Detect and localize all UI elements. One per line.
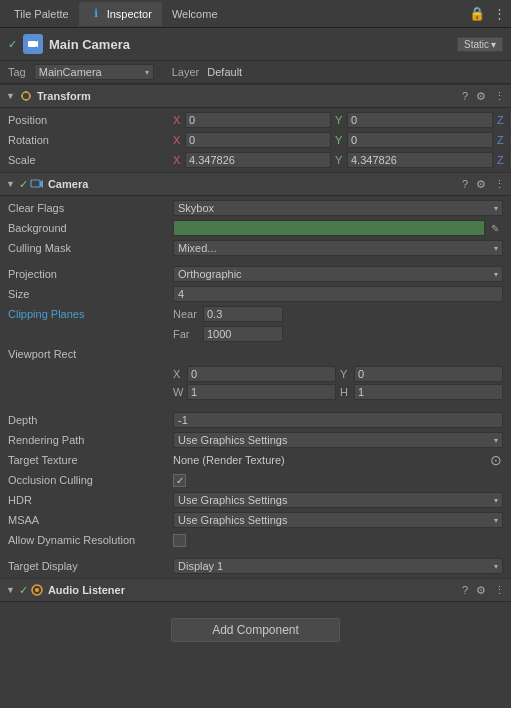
audio-help-icon[interactable]: ? bbox=[462, 584, 468, 596]
tab-tile-palette[interactable]: Tile Palette bbox=[4, 2, 79, 26]
scale-x-input[interactable] bbox=[185, 152, 331, 168]
more-options-icon[interactable]: ⋮ bbox=[491, 6, 507, 22]
object-name: Main Camera bbox=[49, 37, 451, 52]
camera-enabled-check[interactable]: ✓ bbox=[19, 178, 28, 191]
vp-y-letter: Y bbox=[340, 368, 352, 380]
object-enabled-check[interactable]: ✓ bbox=[8, 38, 17, 51]
msaa-arrow: ▾ bbox=[494, 516, 498, 525]
rendering-path-row: Rendering Path Use Graphics Settings ▾ bbox=[0, 430, 511, 450]
pos-y-input[interactable] bbox=[347, 112, 493, 128]
static-dropdown-arrow: ▾ bbox=[491, 39, 496, 50]
pos-y-letter: Y bbox=[335, 114, 345, 126]
size-label: Size bbox=[8, 288, 173, 300]
camera-icon bbox=[30, 177, 44, 191]
target-display-arrow: ▾ bbox=[494, 562, 498, 571]
near-input[interactable] bbox=[203, 306, 283, 322]
culling-mask-dropdown[interactable]: Mixed... ▾ bbox=[173, 240, 503, 256]
tag-dropdown-arrow: ▾ bbox=[145, 68, 149, 77]
pos-x-input[interactable] bbox=[185, 112, 331, 128]
target-display-label: Target Display bbox=[8, 560, 173, 572]
rot-y-letter: Y bbox=[335, 134, 345, 146]
scale-y-letter: Y bbox=[335, 154, 345, 166]
occlusion-culling-checkbox[interactable] bbox=[173, 474, 186, 487]
rot-x-letter: X bbox=[173, 134, 183, 146]
rendering-path-dropdown[interactable]: Use Graphics Settings ▾ bbox=[173, 432, 503, 448]
target-texture-value: None (Render Texture) bbox=[173, 454, 489, 466]
audio-menu-icon[interactable]: ⋮ bbox=[494, 584, 505, 597]
size-input[interactable] bbox=[173, 286, 503, 302]
hdr-dropdown[interactable]: Use Graphics Settings ▾ bbox=[173, 492, 503, 508]
camera-menu-icon[interactable]: ⋮ bbox=[494, 178, 505, 191]
tab-welcome[interactable]: Welcome bbox=[162, 2, 228, 26]
audio-settings-icon[interactable]: ⚙ bbox=[476, 584, 486, 597]
tab-inspector-label: Inspector bbox=[107, 8, 152, 20]
transform-section-title: Transform bbox=[37, 90, 462, 102]
projection-row: Projection Orthographic ▾ bbox=[0, 264, 511, 284]
camera-section-header[interactable]: ▼ ✓ Camera ? ⚙ ⋮ bbox=[0, 172, 511, 196]
camera-help-icon[interactable]: ? bbox=[462, 178, 468, 190]
object-header: ✓ Main Camera Static ▾ bbox=[0, 28, 511, 61]
layer-value: Default bbox=[207, 66, 242, 78]
far-input[interactable] bbox=[203, 326, 283, 342]
transform-section-header[interactable]: ▼ Transform ? ⚙ ⋮ bbox=[0, 84, 511, 108]
clear-flags-row: Clear Flags Skybox ▾ bbox=[0, 198, 511, 218]
transform-properties: Position X Y Z Rotation X Y bbox=[0, 108, 511, 172]
depth-row: Depth bbox=[0, 410, 511, 430]
far-label: Far bbox=[173, 328, 203, 340]
camera-properties: Clear Flags Skybox ▾ Background ✎ Cullin… bbox=[0, 196, 511, 578]
camera-settings-icon[interactable]: ⚙ bbox=[476, 178, 486, 191]
clear-flags-dropdown[interactable]: Skybox ▾ bbox=[173, 200, 503, 216]
clipping-planes-label: Clipping Planes bbox=[8, 308, 173, 320]
camera-arrow: ▼ bbox=[6, 179, 15, 189]
rotation-row: Rotation X Y Z bbox=[0, 130, 511, 150]
transform-settings-icon[interactable]: ⚙ bbox=[476, 90, 486, 103]
camera-object-icon bbox=[23, 34, 43, 54]
audio-arrow: ▼ bbox=[6, 585, 15, 595]
lock-icon[interactable]: 🔒 bbox=[469, 6, 485, 22]
rot-y-input[interactable] bbox=[347, 132, 493, 148]
depth-input[interactable] bbox=[173, 412, 503, 428]
scale-x-letter: X bbox=[173, 154, 183, 166]
clear-flags-arrow: ▾ bbox=[494, 204, 498, 213]
clipping-near-row: Clipping Planes Near bbox=[0, 304, 511, 324]
target-texture-row: Target Texture None (Render Texture) ⊙ bbox=[0, 450, 511, 470]
audio-listener-section-header[interactable]: ▼ ✓ Audio Listener ? ⚙ ⋮ bbox=[0, 578, 511, 602]
projection-arrow: ▾ bbox=[494, 270, 498, 279]
transform-menu-icon[interactable]: ⋮ bbox=[494, 90, 505, 103]
add-component-button[interactable]: Add Component bbox=[171, 618, 340, 642]
tag-dropdown[interactable]: MainCamera ▾ bbox=[34, 64, 154, 80]
svg-rect-0 bbox=[28, 41, 36, 47]
background-label: Background bbox=[8, 222, 173, 234]
msaa-row: MSAA Use Graphics Settings ▾ bbox=[0, 510, 511, 530]
vp-h-input[interactable] bbox=[354, 384, 503, 400]
tag-label: Tag bbox=[8, 66, 26, 78]
allow-dynamic-row: Allow Dynamic Resolution bbox=[0, 530, 511, 550]
hdr-label: HDR bbox=[8, 494, 173, 506]
target-texture-picker-icon[interactable]: ⊙ bbox=[489, 453, 503, 467]
projection-dropdown[interactable]: Orthographic ▾ bbox=[173, 266, 503, 282]
tab-welcome-label: Welcome bbox=[172, 8, 218, 20]
rotation-label: Rotation bbox=[8, 134, 173, 146]
occlusion-culling-row: Occlusion Culling bbox=[0, 470, 511, 490]
transform-arrow: ▼ bbox=[6, 91, 15, 101]
audio-enabled-check[interactable]: ✓ bbox=[19, 584, 28, 597]
scale-y-input[interactable] bbox=[347, 152, 493, 168]
inspector-icon: ℹ bbox=[89, 7, 103, 21]
msaa-dropdown[interactable]: Use Graphics Settings ▾ bbox=[173, 512, 503, 528]
vp-y-input[interactable] bbox=[354, 366, 503, 382]
target-display-dropdown[interactable]: Display 1 ▾ bbox=[173, 558, 503, 574]
vp-x-input[interactable] bbox=[187, 366, 336, 382]
static-button[interactable]: Static ▾ bbox=[457, 37, 503, 52]
allow-dynamic-checkbox[interactable] bbox=[173, 534, 186, 547]
scale-z-letter: Z bbox=[497, 154, 507, 166]
rot-x-input[interactable] bbox=[185, 132, 331, 148]
background-color-rect[interactable] bbox=[173, 220, 485, 236]
tab-bar: Tile Palette ℹ Inspector Welcome 🔒 ⋮ bbox=[0, 0, 511, 28]
background-color-edit-icon[interactable]: ✎ bbox=[487, 220, 503, 236]
background-row: Background ✎ bbox=[0, 218, 511, 238]
msaa-label: MSAA bbox=[8, 514, 173, 526]
transform-help-icon[interactable]: ? bbox=[462, 90, 468, 102]
tab-inspector[interactable]: ℹ Inspector bbox=[79, 2, 162, 26]
vp-w-input[interactable] bbox=[187, 384, 336, 400]
position-label: Position bbox=[8, 114, 173, 126]
